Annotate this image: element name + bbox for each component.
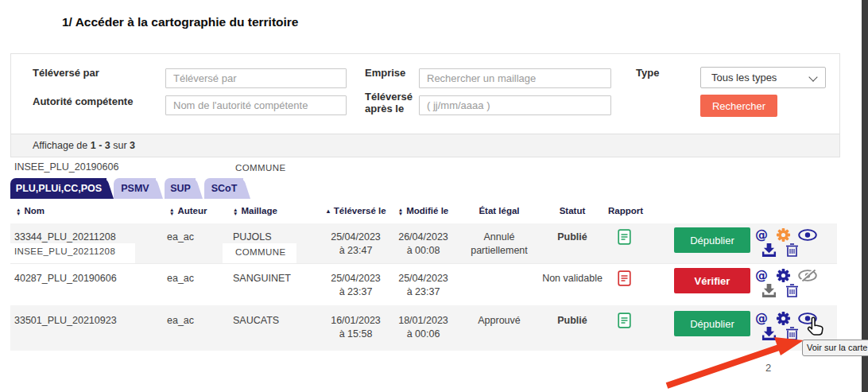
sort-icon: ▲▼ (169, 208, 174, 215)
download-icon[interactable] (761, 283, 777, 298)
row-modifie-date: 26/04/2023 (382, 231, 465, 243)
slide-border (862, 0, 868, 392)
tooltip-voir-sur-la-carte: Voir sur la carte (802, 340, 868, 356)
row-nom: 33344_PLU_20211208 (14, 231, 116, 243)
trash-icon[interactable] (785, 283, 799, 298)
uploaded-by-label: Téléversé par (33, 67, 99, 79)
tab-scot[interactable]: SCoT (204, 178, 250, 199)
column-header-nom[interactable]: ▲▼Nom (16, 199, 45, 223)
tab-label: SCoT (204, 178, 250, 199)
column-header-maillage[interactable]: ▲▼Maillage (233, 199, 277, 223)
table-row: 33501_PLU_20210923 ea_ac SAUCATS 16/01/2… (10, 305, 837, 351)
row-maillage: SANGUINET (233, 273, 291, 284)
hand-cursor-icon (806, 316, 825, 341)
row-actions: @ (755, 268, 838, 300)
at-icon[interactable]: @ (755, 228, 768, 242)
ghost-row-name: INSEE_PLU_20190606 (14, 161, 118, 173)
table-row: 33344_PLU_20211208 INSEE_PLU_20211208 ea… (10, 223, 837, 263)
row-modifie-time: à 00:06 (382, 328, 465, 340)
type-label: Type (636, 67, 659, 79)
uploaded-by-input[interactable] (165, 68, 347, 88)
sort-icon: ▲▼ (16, 208, 21, 215)
extent-label: Emprise (365, 67, 405, 79)
depublier-button[interactable]: Dépublier (674, 227, 750, 253)
tab-label: PLU,PLUi,CC,POS (10, 178, 114, 199)
results-count-bar: Affichage de 1 - 3 sur 3 (11, 134, 839, 157)
row-auteur: ea_ac (167, 273, 194, 284)
at-icon[interactable]: @ (755, 269, 768, 282)
filter-panel: Téléversé par Autorité compétente Empris… (10, 53, 840, 157)
row-statut: Publié (537, 231, 608, 243)
gear-icon[interactable] (776, 311, 791, 326)
chevron-down-icon (808, 72, 817, 81)
row-modifie-date: 25/04/2023 (382, 273, 465, 284)
trash-icon[interactable] (785, 326, 799, 341)
column-header-auteur[interactable]: ▲▼Auteur (169, 199, 207, 223)
page-number: 2 (765, 362, 771, 374)
report-valid-icon[interactable] (618, 229, 631, 245)
row-statut: Publié (537, 315, 608, 326)
table-header: ▲▼Nom ▲▼Auteur ▲▼Maillage ▲Téléversé le … (10, 199, 837, 223)
row-auteur: ea_ac (167, 315, 194, 326)
row-etat-legal-2: partiellement (459, 245, 539, 256)
tab-label: PSMV (114, 178, 163, 199)
extent-input[interactable] (419, 68, 611, 88)
authority-label: Autorité compétente (33, 95, 133, 107)
sort-asc-icon: ▲ (325, 208, 331, 215)
gear-icon[interactable] (776, 227, 791, 243)
download-icon[interactable] (761, 326, 777, 341)
column-header-modifie-le[interactable]: ▲▼Modifié le (382, 199, 465, 223)
results-prefix: Affichage de (33, 140, 91, 151)
row-modifie-time: à 00:08 (382, 245, 465, 256)
row-nom: 33501_PLU_20210923 (14, 315, 117, 326)
uploaded-after-input[interactable] (419, 95, 611, 115)
row-maillage: PUJOLS (233, 231, 272, 243)
report-valid-icon[interactable] (618, 312, 631, 328)
row-modifie-date: 18/01/2023 (382, 315, 465, 326)
row-actions: @ (755, 311, 838, 343)
at-icon[interactable]: @ (755, 312, 768, 325)
eye-off-icon[interactable] (798, 270, 817, 281)
gear-icon[interactable] (776, 268, 791, 283)
sort-icon: ▲▼ (233, 208, 238, 215)
verifier-button[interactable]: Vérifier (674, 268, 750, 293)
row-maillage: SAUCATS (233, 315, 279, 326)
column-header-rapport: Rapport (608, 199, 643, 223)
results-range: 1 - 3 (91, 140, 110, 151)
tab-sup[interactable]: SUP (165, 178, 203, 199)
authority-input[interactable] (165, 95, 347, 115)
document-icon (618, 270, 631, 286)
table-row: 40287_PLU_20190606 ea_ac SANGUINET 25/04… (10, 263, 837, 307)
sort-icon: ▲▼ (398, 208, 403, 215)
row-nom: 40287_PLU_20190606 (14, 273, 117, 284)
results-total: 3 (130, 140, 135, 151)
page-title: 1/ Accéder à la cartographie du territoi… (62, 15, 298, 29)
download-icon[interactable] (761, 243, 777, 258)
row-etat-legal: Approuvé (459, 315, 539, 326)
eye-icon[interactable] (798, 229, 817, 241)
trash-icon[interactable] (785, 243, 799, 258)
search-button[interactable]: Rechercher (700, 95, 777, 117)
row-modifie-time: à 23:37 (382, 286, 465, 297)
uploaded-after-label: Téléversé après le (365, 91, 414, 114)
slide-page: 1/ Accéder à la cartographie du territoi… (0, 0, 868, 392)
row-statut: Non validable (537, 273, 608, 284)
tab-plu-plui-cc-pos[interactable]: PLU,PLUi,CC,POS (10, 178, 114, 199)
column-header-statut: Statut (537, 199, 608, 223)
column-header-etat-legal: État légal (459, 199, 539, 223)
document-icon (618, 229, 631, 245)
depublier-button[interactable]: Dépublier (674, 311, 750, 336)
row-actions: @ (755, 227, 838, 259)
results-middle: sur (110, 140, 130, 151)
row-maillage-sub: COMMUNE (235, 247, 286, 257)
type-select[interactable]: Tous les types (700, 67, 826, 88)
document-icon (618, 312, 631, 328)
type-select-value: Tous les types (711, 72, 777, 83)
ghost-row-maillage: COMMUNE (235, 163, 286, 173)
tab-label: SUP (165, 178, 203, 199)
row-etat-legal: Annulé (459, 231, 539, 243)
report-invalid-icon[interactable] (618, 270, 631, 286)
row-nom-sub: INSEE_PLU_20211208 (14, 246, 115, 256)
tab-psmv[interactable]: PSMV (114, 178, 163, 199)
row-auteur: ea_ac (167, 231, 194, 243)
